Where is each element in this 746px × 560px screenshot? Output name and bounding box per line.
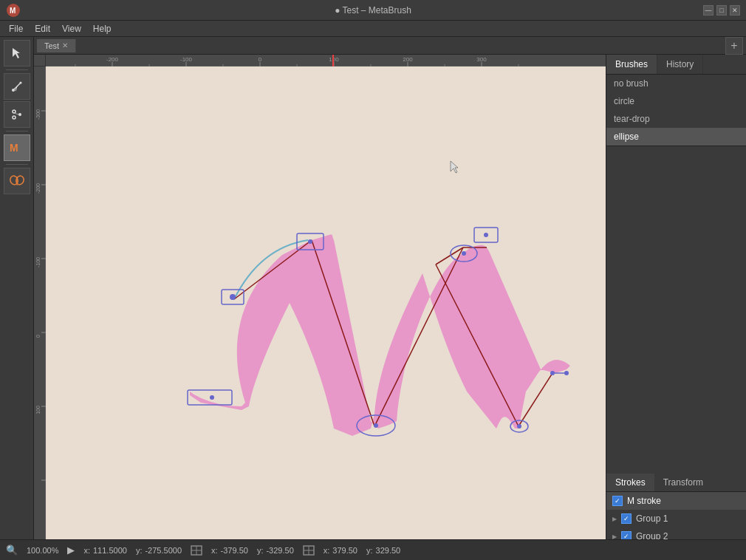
ruler-top: -200 -100 0 100 200 300: [46, 55, 606, 66]
tab-test-label: Test: [44, 41, 59, 50]
svg-marker-72: [451, 161, 458, 173]
svg-text:300: 300: [476, 56, 487, 63]
expand-arrow-group1: ▶: [612, 516, 617, 522]
panel-spacer: [606, 146, 746, 474]
y1-label: y:: [136, 546, 143, 555]
x2-label: x:: [211, 546, 218, 555]
y1-value: -275.5000: [145, 546, 182, 555]
app-logo: M: [6, 3, 21, 18]
window-title: ● Test – MetaBrush: [335, 5, 411, 16]
select-tool-button[interactable]: [4, 40, 30, 66]
tab-close-icon[interactable]: ✕: [62, 41, 68, 49]
brush-list: no brush circle tear-drop ellipse: [606, 75, 746, 146]
minimize-button[interactable]: —: [703, 5, 714, 16]
svg-text:0: 0: [35, 335, 41, 338]
svg-point-9: [13, 116, 16, 119]
svg-point-66: [517, 424, 521, 428]
svg-point-62: [484, 233, 488, 237]
pen-tool-button[interactable]: [4, 73, 30, 100]
x1-label: x:: [83, 546, 90, 555]
close-button[interactable]: ✕: [730, 5, 740, 16]
zoom-status: 100.00%: [27, 546, 58, 555]
svg-text:100: 100: [329, 56, 339, 63]
stroke-checkbox-group1[interactable]: ✓: [621, 513, 632, 524]
brush-item-tear-drop[interactable]: tear-drop: [606, 110, 746, 128]
menu-file[interactable]: File: [3, 22, 29, 35]
svg-text:-100: -100: [35, 257, 41, 267]
x1-value: 111.5000: [93, 546, 127, 555]
coord-y3: y: 329.50: [366, 546, 400, 555]
stroke-checkbox-m[interactable]: ✓: [612, 496, 623, 506]
search-status: 🔍: [6, 544, 18, 556]
svg-marker-2: [13, 48, 20, 58]
tab-brushes[interactable]: Brushes: [606, 55, 657, 74]
butterfly-tool-button[interactable]: [4, 168, 30, 194]
meta-tool-button[interactable]: M: [4, 134, 30, 161]
svg-text:-300: -300: [35, 109, 41, 120]
m-stroke-group: [188, 228, 570, 436]
svg-point-64: [374, 423, 378, 428]
svg-text:M: M: [10, 7, 16, 15]
node-tool-button[interactable]: [4, 101, 30, 128]
titlebar: M ● Test – MetaBrush — □ ✕: [0, 0, 746, 21]
tab-history[interactable]: History: [657, 55, 703, 74]
svg-line-10: [14, 113, 18, 115]
y3-value: 329.50: [376, 546, 401, 555]
canvas-drawing[interactable]: [46, 66, 606, 560]
right-panel: Brushes History no brush circle tear-dro…: [606, 55, 746, 560]
svg-text:-200: -200: [35, 183, 41, 194]
svg-text:M: M: [10, 142, 18, 154]
canvas-area[interactable]: -200 -100 0 100 200 300: [34, 55, 606, 560]
x3-value: 379.50: [332, 546, 357, 555]
tab-transform[interactable]: Transform: [654, 474, 712, 491]
svg-text:100: 100: [35, 406, 41, 414]
frame-icon2: [303, 545, 315, 556]
toolbar-divider-2: [6, 131, 28, 132]
svg-point-8: [18, 113, 21, 116]
frame-icon1: [191, 545, 202, 556]
svg-point-4: [12, 89, 15, 92]
menu-edit[interactable]: Edit: [29, 22, 56, 35]
coord-y2: y: -329.50: [257, 546, 294, 555]
coord-y1: y: -275.5000: [136, 546, 182, 555]
tab-test[interactable]: Test ✕: [37, 39, 76, 52]
menu-view[interactable]: View: [56, 22, 87, 35]
svg-point-68: [210, 395, 214, 400]
x3-label: x:: [324, 546, 330, 555]
svg-text:-100: -100: [180, 56, 193, 63]
svg-point-5: [19, 82, 21, 84]
stroke-label-m: M stroke: [627, 496, 661, 506]
play-status: ▶: [67, 544, 75, 556]
svg-point-58: [308, 239, 312, 244]
stroke-list: ✓ M stroke ▶ ✓ Group 1 ▶ ✓ Group 2: [606, 492, 746, 545]
window-controls: — □ ✕: [703, 5, 740, 16]
ruler-left: -300 -200 -100 0 100: [34, 66, 46, 560]
play-icon: ▶: [67, 544, 75, 556]
zoom-value: 100.00%: [27, 546, 58, 555]
svg-point-56: [230, 294, 236, 300]
strokes-panel-tabs: Strokes Transform: [606, 474, 746, 492]
brush-item-ellipse[interactable]: ellipse: [606, 128, 746, 146]
search-icon: 🔍: [6, 544, 18, 556]
y2-label: y:: [257, 546, 264, 555]
svg-point-60: [462, 251, 466, 256]
toolbar-divider-3: [6, 164, 28, 165]
canvas-svg: [46, 66, 606, 560]
svg-text:200: 200: [403, 56, 413, 63]
stroke-item-m-stroke[interactable]: ✓ M stroke: [606, 492, 746, 510]
ruler-corner: [34, 55, 46, 66]
svg-point-71: [564, 371, 569, 375]
svg-point-70: [550, 371, 555, 375]
coord-x3: x: 379.50: [324, 546, 357, 555]
main-layout: M Test ✕ +: [0, 37, 746, 560]
maximize-button[interactable]: □: [716, 5, 727, 16]
tab-bar: Test ✕: [34, 37, 606, 55]
brush-item-circle[interactable]: circle: [606, 92, 746, 110]
stroke-label-group1: Group 1: [636, 513, 668, 524]
tab-strokes[interactable]: Strokes: [606, 474, 654, 491]
add-tab-button[interactable]: +: [725, 37, 743, 55]
stroke-item-group1[interactable]: ▶ ✓ Group 1: [606, 510, 746, 527]
menu-help[interactable]: Help: [87, 22, 117, 35]
brush-item-no-brush[interactable]: no brush: [606, 75, 746, 92]
svg-text:-200: -200: [106, 56, 119, 63]
